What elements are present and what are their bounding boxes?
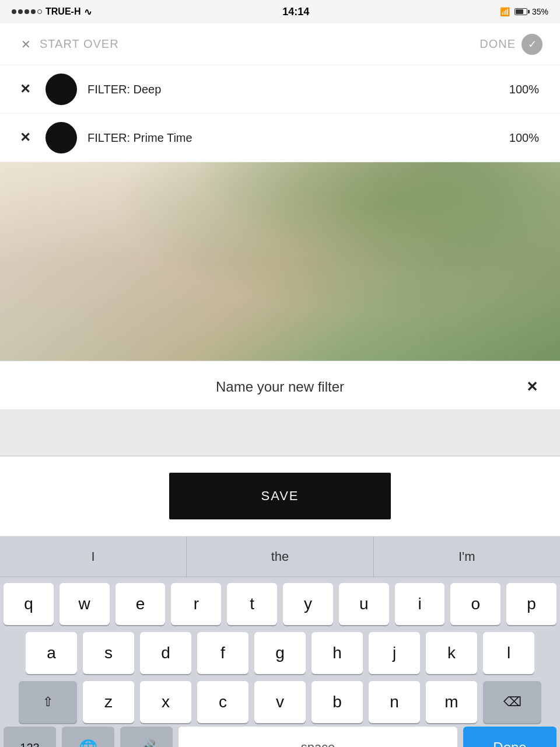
- predictive-item-3[interactable]: I'm: [374, 536, 560, 577]
- filter-row-2: ✕ FILTER: Prime Time 100%: [0, 114, 560, 162]
- key-h[interactable]: h: [312, 632, 363, 674]
- key-w[interactable]: w: [60, 583, 110, 625]
- filter-1-name: FILTER: Deep: [88, 83, 499, 96]
- signal-dot-5: [37, 9, 42, 14]
- filter-2-name: FILTER: Prime Time: [88, 131, 499, 145]
- key-m[interactable]: m: [426, 681, 477, 723]
- key-p[interactable]: p: [506, 583, 556, 625]
- key-y[interactable]: y: [283, 583, 333, 625]
- key-r[interactable]: r: [171, 583, 221, 625]
- signal-dot-1: [12, 9, 16, 14]
- text-input-area[interactable]: [0, 410, 560, 456]
- dialog-close-button[interactable]: ✕: [522, 376, 542, 397]
- signal-dot-2: [18, 9, 23, 14]
- key-u[interactable]: u: [339, 583, 389, 625]
- filter-name-input[interactable]: [18, 425, 542, 441]
- dialog-header: Name your new filter ✕: [0, 361, 560, 410]
- done-check-icon: ✓: [522, 34, 542, 55]
- key-row-3: ⇧ z x c v b n m ⌫: [4, 681, 556, 723]
- battery-percent: 35%: [532, 7, 548, 16]
- key-row-2: a s d f g h j k l: [4, 632, 556, 674]
- save-button[interactable]: SAVE: [169, 473, 391, 519]
- key-l[interactable]: l: [483, 632, 534, 674]
- key-v[interactable]: v: [254, 681, 306, 723]
- filter-2-remove-button[interactable]: ✕: [15, 128, 35, 148]
- key-k[interactable]: k: [426, 632, 477, 674]
- status-bar: TRUE-H ∿ 14:14 📶 35%: [0, 0, 560, 23]
- filter-2-percent: 100%: [509, 131, 539, 145]
- key-t[interactable]: t: [227, 583, 277, 625]
- status-time: 14:14: [92, 6, 500, 18]
- nav-bar: ✕ START OVER DONE ✓: [0, 23, 560, 65]
- key-row-1: q w e r t y u i o p: [4, 583, 556, 625]
- mic-key[interactable]: 🎤: [120, 727, 173, 747]
- filter-1-percent: 100%: [509, 83, 539, 96]
- filter-1-remove-button[interactable]: ✕: [15, 79, 35, 99]
- bluetooth-icon: 📶: [500, 7, 510, 16]
- dialog-title: Name your new filter: [38, 379, 522, 395]
- key-c[interactable]: c: [197, 681, 249, 723]
- predictive-bar: I the I'm: [0, 536, 560, 577]
- key-g[interactable]: g: [254, 632, 306, 674]
- keyboard: I the I'm q w e r t y u i o p a s d: [0, 536, 560, 747]
- key-d[interactable]: d: [140, 632, 191, 674]
- start-over-label: START OVER: [40, 37, 119, 51]
- key-q[interactable]: q: [4, 583, 54, 625]
- save-area: SAVE: [0, 456, 560, 536]
- predictive-item-1[interactable]: I: [0, 536, 187, 577]
- start-over-x-icon: ✕: [18, 36, 34, 53]
- filter-1-circle: [46, 74, 77, 105]
- key-a[interactable]: a: [26, 632, 77, 674]
- key-j[interactable]: j: [369, 632, 420, 674]
- key-e[interactable]: e: [116, 583, 166, 625]
- keyboard-bottom-bar: 123 🌐 🎤 space Done: [0, 727, 560, 747]
- key-b[interactable]: b: [312, 681, 363, 723]
- status-right: 📶 35%: [500, 7, 548, 16]
- filter-area: ✕ FILTER: Deep 100% ✕ FILTER: Prime Time…: [0, 65, 560, 361]
- predictive-item-2[interactable]: the: [187, 536, 373, 577]
- dialog-overlay: Name your new filter ✕ SAVE: [0, 361, 560, 536]
- carrier-label: TRUE-H: [46, 6, 80, 17]
- start-over-button[interactable]: ✕ START OVER: [18, 36, 119, 53]
- signal-dot-3: [24, 9, 29, 14]
- done-button[interactable]: DONE ✓: [480, 34, 542, 55]
- num-key[interactable]: 123: [4, 727, 56, 747]
- space-key[interactable]: space: [178, 727, 457, 747]
- shift-key[interactable]: ⇧: [19, 681, 77, 723]
- key-o[interactable]: o: [450, 583, 501, 625]
- keyboard-done-button[interactable]: Done: [463, 727, 556, 747]
- signal-dots: [12, 9, 42, 14]
- keyboard-rows: q w e r t y u i o p a s d f g h j k: [0, 577, 560, 727]
- key-z[interactable]: z: [83, 681, 134, 723]
- status-left: TRUE-H ∿: [12, 6, 92, 18]
- wifi-icon: ∿: [84, 6, 92, 18]
- backspace-key[interactable]: ⌫: [483, 681, 541, 723]
- key-n[interactable]: n: [369, 681, 420, 723]
- signal-dot-4: [31, 9, 36, 14]
- battery-icon: [514, 8, 527, 15]
- filter-2-circle: [46, 122, 77, 153]
- key-i[interactable]: i: [395, 583, 445, 625]
- image-preview: [0, 162, 560, 361]
- done-label: DONE: [480, 37, 516, 51]
- key-f[interactable]: f: [197, 632, 249, 674]
- key-x[interactable]: x: [140, 681, 191, 723]
- globe-key[interactable]: 🌐: [62, 727, 114, 747]
- filter-row-1: ✕ FILTER: Deep 100%: [0, 65, 560, 114]
- key-s[interactable]: s: [83, 632, 134, 674]
